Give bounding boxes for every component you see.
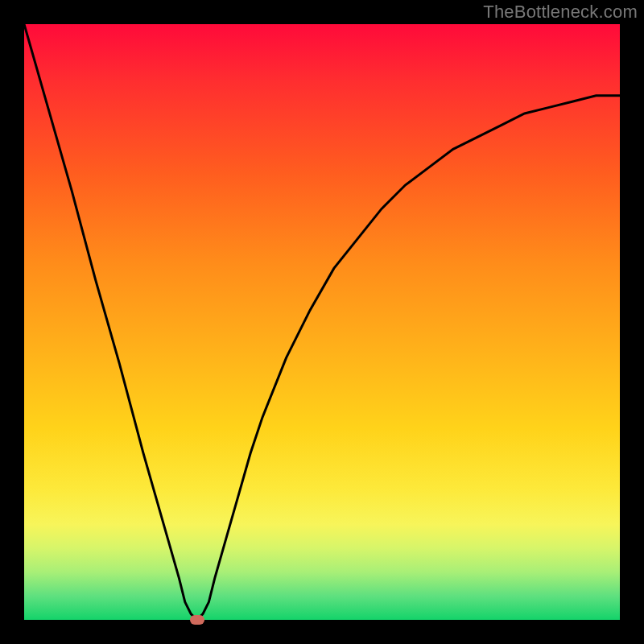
chart-frame: TheBottleneck.com — [0, 0, 644, 644]
curve-svg — [24, 24, 620, 620]
bottleneck-curve — [24, 24, 620, 620]
optimal-marker — [190, 615, 204, 625]
watermark-text: TheBottleneck.com — [483, 2, 638, 23]
